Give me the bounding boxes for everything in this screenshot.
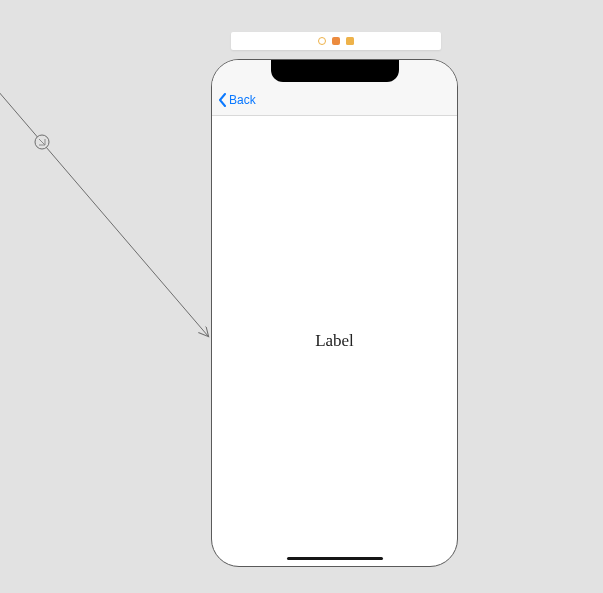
center-label[interactable]: Label — [315, 331, 354, 351]
scene-first-responder-icon[interactable] — [332, 37, 340, 45]
scene-exit-icon[interactable] — [346, 37, 354, 45]
back-button[interactable]: Back — [218, 93, 256, 107]
svg-point-1 — [35, 135, 49, 149]
scene-view-controller-outline-icon[interactable] — [318, 37, 326, 45]
device-frame[interactable]: Back Label — [211, 59, 458, 567]
storyboard-canvas[interactable]: Back Label — [0, 0, 603, 593]
svg-line-2 — [39, 139, 45, 145]
scene-dock[interactable] — [231, 32, 441, 50]
svg-line-0 — [0, 70, 208, 336]
chevron-left-icon — [218, 93, 228, 107]
home-indicator — [287, 557, 383, 561]
segue-show-icon — [35, 135, 49, 149]
back-button-label: Back — [229, 93, 256, 107]
device-notch — [271, 60, 399, 82]
view-content[interactable]: Label — [212, 116, 457, 566]
